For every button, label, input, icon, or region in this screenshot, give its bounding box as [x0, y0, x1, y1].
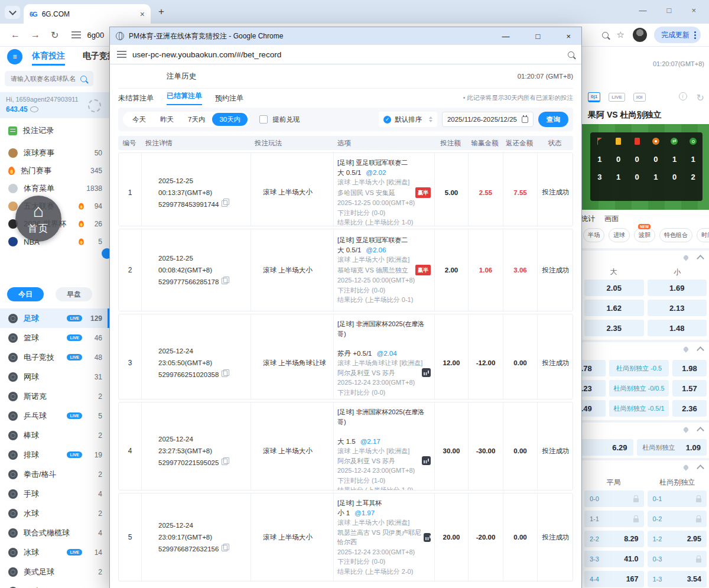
- score-cell[interactable]: 0-3: [648, 551, 707, 567]
- odds-cell[interactable]: 1.48: [648, 320, 707, 336]
- match-stats-icon[interactable]: [422, 456, 431, 465]
- market-pill[interactable]: 半场: [583, 228, 604, 242]
- match-stats-icon[interactable]: [422, 368, 431, 377]
- sidebar-item-entertainment[interactable]: 娱乐2: [0, 581, 109, 588]
- popup-maximize-icon[interactable]: □: [536, 32, 541, 41]
- pin-icon[interactable]: [682, 254, 689, 261]
- sidebar-item-handball[interactable]: 手球4: [0, 484, 109, 503]
- sidebar-item-rugby[interactable]: 联合式橄榄球4: [0, 523, 109, 542]
- panel-tab-odds[interactable]: 0|1: [588, 92, 600, 102]
- sidebar-item-esports[interactable]: 电子竞技LIVE48: [0, 347, 109, 367]
- tab-预约注单[interactable]: 预约注单: [215, 93, 243, 103]
- odds-cell[interactable]: 杜尚别独立1.09: [637, 439, 707, 456]
- score-cell[interactable]: 0-2: [648, 511, 707, 527]
- collapse-icon[interactable]: [697, 427, 704, 434]
- odds-cell[interactable]: 2.35: [584, 320, 644, 336]
- sidebar-item-soccer[interactable]: 足球LIVE129: [0, 308, 109, 328]
- popup-minimize-icon[interactable]: —: [502, 32, 510, 41]
- sidebar-item-tennis[interactable]: 网球31: [0, 367, 109, 386]
- view-tab-画面[interactable]: 画面: [604, 214, 619, 224]
- sidebar-item-nba[interactable]: NBA5: [0, 233, 109, 251]
- panel-tab-live[interactable]: LIVE: [609, 93, 625, 102]
- copy-icon[interactable]: [222, 200, 227, 207]
- forward-icon[interactable]: →: [31, 30, 40, 40]
- score-cell[interactable]: 1-33.54: [648, 571, 707, 587]
- browser-tab[interactable]: 6G 6G.COM ×: [24, 4, 151, 24]
- match-stats-icon[interactable]: [424, 533, 431, 542]
- home-floating-button[interactable]: ⌂ 首页: [15, 196, 61, 242]
- score-cell[interactable]: 2-28.29: [584, 531, 644, 547]
- tab-未结算注单[interactable]: 未结算注单: [118, 93, 154, 103]
- sidebar-item-bet-record[interactable]: 投注记录: [0, 122, 109, 139]
- copy-icon[interactable]: [222, 459, 227, 465]
- pin-icon[interactable]: [682, 426, 689, 433]
- sidebar-item-menu[interactable]: 体育菜单1838: [0, 180, 109, 197]
- odds-cell[interactable]: 1.62: [584, 300, 644, 316]
- refresh-spinner-icon[interactable]: [88, 99, 101, 112]
- zoom-icon[interactable]: [602, 32, 609, 38]
- market-pill[interactable]: 特色组合: [659, 228, 692, 242]
- pin-icon[interactable]: [682, 346, 689, 352]
- market-pill[interactable]: 时间: [697, 228, 709, 242]
- sidebar-item-water-polo[interactable]: 水球2: [0, 503, 109, 523]
- score-cell[interactable]: 1-22.95: [648, 531, 707, 547]
- sidebar-item-basketball[interactable]: 篮球LIVE46: [0, 328, 109, 347]
- filter-7天内[interactable]: 7天内: [181, 113, 212, 126]
- popup-close-icon[interactable]: ×: [566, 32, 571, 41]
- sidebar-item-volleyball[interactable]: 排球LIVE19: [0, 445, 109, 464]
- zoom-icon[interactable]: [568, 51, 574, 58]
- odds-cell[interactable]: 2.36: [672, 400, 707, 417]
- sidebar-item-snooker[interactable]: 斯诺克2: [0, 386, 109, 406]
- sidebar-item-table-tennis[interactable]: 乒乓球LIVE5: [0, 406, 109, 425]
- handicap-label[interactable]: 杜尚别独立 -0/0.5: [609, 380, 669, 397]
- sidebar-item-ice-hockey[interactable]: 冰球LIVE14: [0, 542, 109, 562]
- address-bar[interactable]: 6g00: [87, 31, 104, 40]
- tab-today[interactable]: 今日: [7, 287, 44, 301]
- cashout-checkbox[interactable]: [259, 115, 268, 124]
- odds-cell[interactable]: 1.98: [672, 360, 707, 376]
- copy-icon[interactable]: [222, 545, 227, 551]
- filter-30天内[interactable]: 30天内: [212, 113, 248, 126]
- eye-icon[interactable]: [30, 106, 38, 112]
- score-cell[interactable]: 3-341.0: [584, 551, 644, 567]
- profile-avatar[interactable]: [633, 28, 647, 42]
- score-cell[interactable]: 4-4167: [584, 571, 644, 587]
- search-input[interactable]: [9, 74, 80, 83]
- score-cell[interactable]: 0-0: [584, 490, 644, 507]
- score-cell[interactable]: 0-1: [648, 490, 707, 507]
- date-range-picker[interactable]: 2025/11/26-2025/12/25: [442, 112, 534, 127]
- tab-已结算注单[interactable]: 已结算注单: [167, 91, 202, 105]
- filter-今天[interactable]: 今天: [125, 113, 153, 126]
- update-chrome-button[interactable]: 完成更新: [654, 27, 701, 43]
- sidebar-item-inplay[interactable]: 滚球赛事50: [0, 144, 109, 162]
- panel-tab-stream[interactable]: IOI: [633, 93, 646, 102]
- maximize-icon[interactable]: □: [667, 6, 672, 15]
- pin-icon[interactable]: [682, 464, 689, 470]
- minimize-icon[interactable]: —: [639, 6, 647, 15]
- copy-icon[interactable]: [222, 278, 227, 284]
- sort-select[interactable]: ✓ 默认排序: [379, 112, 437, 127]
- collapse-icon[interactable]: [697, 255, 704, 262]
- info-icon[interactable]: i: [679, 92, 687, 100]
- odds-cell[interactable]: 1.57: [672, 380, 707, 397]
- market-pill[interactable]: 波胆NEW: [634, 228, 655, 242]
- search-icon[interactable]: [80, 76, 87, 82]
- new-tab-button[interactable]: +: [158, 6, 164, 18]
- handicap-label[interactable]: 杜尚别独立 -0.5/1: [609, 400, 669, 417]
- sidebar-item-baseball[interactable]: 棒球2: [0, 425, 109, 445]
- collapse-icon[interactable]: [697, 464, 704, 472]
- tab-close-icon[interactable]: ×: [140, 9, 145, 19]
- refresh-icon[interactable]: ↻: [697, 92, 704, 103]
- sidebar-item-american-football[interactable]: 美式足球2: [0, 562, 109, 581]
- close-icon[interactable]: ×: [691, 6, 696, 15]
- market-pill[interactable]: 进球: [609, 228, 630, 242]
- view-tab-统计[interactable]: 统计: [581, 214, 595, 224]
- tab-search-button[interactable]: [5, 6, 20, 19]
- odds-cell[interactable]: 2.13: [648, 300, 707, 316]
- sidebar-item-hot[interactable]: 热门赛事345: [0, 162, 109, 180]
- odds-cell[interactable]: 1.69: [648, 280, 707, 296]
- copy-icon[interactable]: [222, 371, 227, 377]
- handicap-label[interactable]: 杜尚别独立 -0.5: [609, 360, 669, 376]
- search-box[interactable]: [5, 71, 93, 86]
- tune-icon[interactable]: [71, 31, 81, 38]
